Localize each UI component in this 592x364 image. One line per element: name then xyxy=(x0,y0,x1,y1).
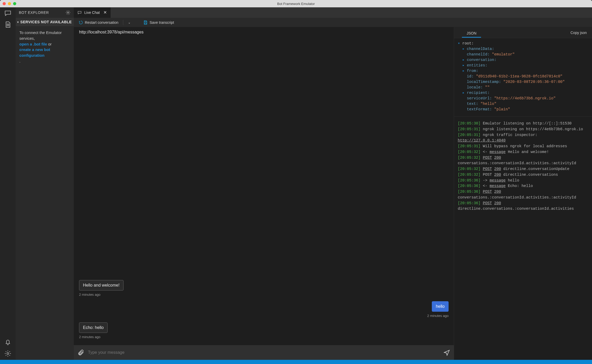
chat-panel: http://localhost:3978/api/messages Hello… xyxy=(74,27,454,360)
message-bubble: Echo: hello xyxy=(79,322,108,333)
app-body: BOT EXPLORER ▾ SERVICES NOT AVAILABLE To… xyxy=(0,7,592,360)
explorer-title: BOT EXPLORER xyxy=(19,10,49,15)
endpoint-url: http://localhost:3978/api/messages xyxy=(74,27,454,37)
window-minimize-button[interactable] xyxy=(8,2,11,5)
window-maximize-button[interactable] xyxy=(13,2,16,5)
section-label: SERVICES NOT AVAILABLE xyxy=(20,20,72,24)
message-timestamp: 2 minutes ago xyxy=(79,335,449,339)
log-link[interactable]: 200 xyxy=(494,167,501,171)
log-link[interactable]: POST xyxy=(483,167,492,171)
titlebar: Bot Framework Emulator xyxy=(0,0,592,7)
explorer-settings-icon[interactable] xyxy=(65,10,71,15)
chevron-down-icon[interactable]: ⌄ xyxy=(128,21,131,24)
log-link[interactable]: http://127.0.0.1:4040 xyxy=(458,138,506,143)
bot-explorer: BOT EXPLORER ▾ SERVICES NOT AVAILABLE To… xyxy=(16,7,74,360)
user-message[interactable]: hello xyxy=(79,301,449,312)
activity-rail xyxy=(0,7,16,360)
message-input[interactable] xyxy=(88,350,440,355)
svg-point-1 xyxy=(68,12,69,13)
create-bot-link[interactable]: create a new bot configuration xyxy=(19,47,50,58)
chat-toolbar: Restart conversation ⌄ Save transcript xyxy=(74,18,592,27)
inspector-tabs: JSON Copy json xyxy=(454,27,592,38)
section-services[interactable]: ▾ SERVICES NOT AVAILABLE xyxy=(16,18,74,26)
explorer-header: BOT EXPLORER xyxy=(16,7,74,18)
message-bubble: Hello and welcome! xyxy=(79,280,124,291)
traffic-lights xyxy=(0,2,16,5)
log-link[interactable]: 200 xyxy=(494,201,501,205)
log-link[interactable]: POST xyxy=(483,201,492,205)
message-timestamp: 2 minutes ago xyxy=(79,293,449,297)
json-tree[interactable]: ▾ root: ▸ channelData: channelId: "emula… xyxy=(454,38,592,117)
chat-transcript: Hello and welcome! 2 minutes ago hello 2… xyxy=(74,37,454,345)
send-icon[interactable] xyxy=(443,349,450,356)
log-link[interactable]: POST xyxy=(483,156,492,160)
restart-conversation-button[interactable]: Restart conversation xyxy=(79,20,118,25)
workspace: http://localhost:3978/api/messages Hello… xyxy=(74,27,592,360)
app-window: Bot Framework Emulator BOT EXPLORER xyxy=(0,0,592,364)
toolbar-divider xyxy=(123,20,123,25)
chat-icon[interactable] xyxy=(4,9,12,17)
settings-icon[interactable] xyxy=(4,350,12,357)
attach-icon[interactable] xyxy=(77,349,84,356)
message-composer xyxy=(74,345,454,360)
log-panel[interactable]: [20:05:30] Emulator listening on http://… xyxy=(454,117,592,360)
caret-down-icon: ▾ xyxy=(17,21,19,24)
copy-json-button[interactable]: Copy json xyxy=(571,31,587,35)
svg-point-0 xyxy=(7,353,9,355)
log-link[interactable]: message xyxy=(490,150,506,154)
tab-close-icon[interactable]: ✕ xyxy=(103,10,107,15)
message-bubble: hello xyxy=(432,301,449,312)
bot-message[interactable]: Hello and welcome! xyxy=(79,280,449,291)
notifications-icon[interactable] xyxy=(4,338,12,346)
log-link[interactable]: 200 xyxy=(494,190,501,194)
content-area: Live Chat ✕ Restart conversation ⌄ Save … xyxy=(74,7,592,360)
tab-bar: Live Chat ✕ xyxy=(74,7,592,18)
tab-json[interactable]: JSON xyxy=(466,28,477,37)
log-link[interactable]: POST xyxy=(483,190,492,194)
window-title: Bot Framework Emulator xyxy=(0,2,592,6)
log-link[interactable]: 200 xyxy=(494,156,501,160)
inspector-panel: JSON Copy json ▾ root: ▸ channelData: ch… xyxy=(454,27,592,360)
window-close-button[interactable] xyxy=(3,2,6,5)
open-bot-file-link[interactable]: open a .bot file xyxy=(19,42,47,46)
chat-bubble-icon xyxy=(77,10,82,15)
status-bar xyxy=(0,360,592,364)
log-link[interactable]: message xyxy=(490,178,506,183)
log-link[interactable]: message xyxy=(490,184,506,188)
explorer-help-text: To connect the Emulator services, open a… xyxy=(16,26,74,68)
resources-icon[interactable] xyxy=(4,21,12,28)
save-transcript-button[interactable]: Save transcript xyxy=(143,20,174,25)
log-link[interactable]: 200 xyxy=(494,173,501,177)
tab-live-chat[interactable]: Live Chat ✕ xyxy=(74,7,111,18)
message-timestamp: 2 minutes ago xyxy=(79,314,449,318)
bot-message[interactable]: Echo: hello xyxy=(79,322,449,333)
tab-label: Live Chat xyxy=(84,10,100,15)
